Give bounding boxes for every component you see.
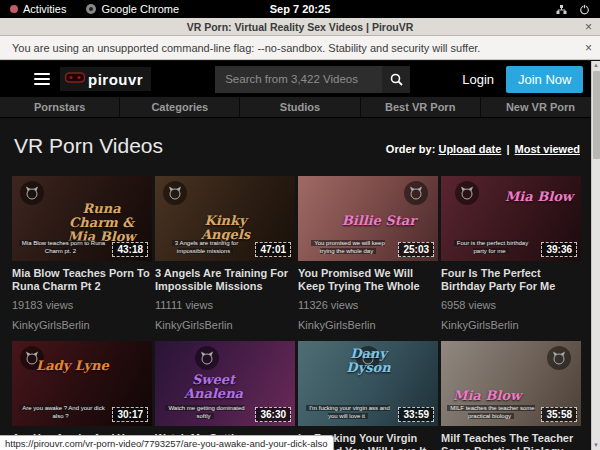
site-header: pirouvr Login Join Now [0, 61, 600, 97]
page-title: VR Porn Videos [14, 134, 163, 158]
activities-button[interactable]: Activities [0, 0, 76, 18]
thumb-overlay-name: Sweet Analena [171, 373, 256, 401]
video-thumbnail[interactable]: Dany Dyson I'm fucking your virgin ass a… [298, 341, 438, 426]
window-titlebar: VR Porn: Virtual Reality Sex Videos | Pi… [0, 18, 600, 36]
chrome-icon [86, 4, 96, 14]
video-card: Lady Lyne Are you awake ? And your dick … [12, 341, 152, 450]
order-most-viewed-link[interactable]: Most viewed [515, 143, 580, 155]
network-icon[interactable] [556, 4, 567, 15]
video-title[interactable]: 3 Angels Are Training For Impossible Mis… [155, 267, 295, 293]
video-studio-link[interactable]: KinkyGirlsBerlin [12, 319, 152, 331]
thumb-overlay-name: Mia Blow [505, 190, 573, 204]
duration-badge: 30:17 [112, 407, 148, 422]
join-now-button[interactable]: Join Now [506, 66, 583, 93]
app-menu-button[interactable]: Google Chrome [76, 0, 189, 18]
nav-item-studios[interactable]: Studios [240, 97, 360, 117]
video-card: Dany Dyson I'm fucking your virgin ass a… [298, 341, 438, 450]
thumb-overlay-name: Dany Dyson [326, 347, 411, 375]
video-studio-link[interactable]: KinkyGirlsBerlin [298, 319, 438, 331]
video-thumbnail[interactable]: Billie Star You promised we will keep tr… [298, 176, 438, 261]
power-icon[interactable] [579, 4, 590, 15]
nav-item-categories[interactable]: Categories [120, 97, 240, 117]
video-thumbnail[interactable]: Sweet Analena Watch me getting dominated… [155, 341, 295, 426]
thumb-overlay-name: Billie Star [342, 214, 416, 228]
video-title[interactable]: You Promised We Will Keep Trying The Who… [298, 267, 438, 293]
scrollbar-up-icon[interactable]: ▲ [593, 61, 599, 70]
tab-title: VR Porn: Virtual Reality Sex Videos | Pi… [187, 21, 414, 33]
video-studio-link[interactable]: KinkyGirlsBerlin [441, 319, 581, 331]
warning-text: You are using an unsupported command-lin… [12, 42, 480, 54]
page-head: VR Porn Videos Order by: Upload date | M… [0, 118, 600, 158]
vr-goggles-icon [65, 70, 85, 88]
studio-watermark-icon [404, 181, 428, 205]
video-thumbnail[interactable]: Mia Blow MILF teaches the teacher some p… [441, 341, 581, 426]
thumb-overlay-name: Runa Charm & Mia Blow [59, 202, 144, 244]
logo-text: pirouvr [88, 71, 143, 88]
app-menu-label: Google Chrome [101, 3, 179, 15]
duration-badge: 33:59 [398, 407, 434, 422]
chrome-warning-bar: You are using an unsupported command-lin… [0, 36, 600, 60]
search-button[interactable] [382, 66, 410, 93]
clock[interactable]: Sep 7 20:25 [270, 3, 331, 15]
video-card: Sweet Analena Watch me getting dominated… [155, 341, 295, 450]
video-card: Mia Blow MILF teaches the teacher some p… [441, 341, 581, 450]
video-thumbnail[interactable]: Mia Blow Four is the perfect birthday pa… [441, 176, 581, 261]
duration-badge: 35:58 [541, 407, 577, 422]
nav-item-new-vr-porn[interactable]: New VR Porn [481, 97, 600, 117]
video-views: 11111 views [155, 299, 295, 311]
video-thumbnail[interactable]: Lady Lyne Are you awake ? And your dick … [12, 341, 152, 426]
duration-badge: 36:30 [255, 407, 291, 422]
main-nav: Pornstars Categories Studios Best VR Por… [0, 97, 600, 118]
page-scrollbar[interactable]: ▲ ▼ [591, 61, 600, 450]
duration-badge: 39:36 [541, 242, 577, 257]
video-title[interactable]: Mia Blow Teaches Porn To Runa Charm Pt 2 [12, 267, 152, 293]
video-card: Runa Charm & Mia Blow Mia Blow teaches p… [12, 176, 152, 331]
video-studio-link[interactable]: KinkyGirlsBerlin [155, 319, 295, 331]
menu-icon[interactable] [34, 73, 50, 85]
video-views: 6958 views [441, 299, 581, 311]
video-grid: Runa Charm & Mia Blow Mia Blow teaches p… [0, 176, 600, 450]
video-views: 19183 views [12, 299, 152, 311]
studio-watermark-icon [20, 181, 44, 205]
scrollbar-down-icon[interactable]: ▼ [593, 441, 599, 450]
nav-item-pornstars[interactable]: Pornstars [0, 97, 120, 117]
thumb-overlay-name: Lady Lyne [36, 359, 109, 373]
duration-badge: 43:18 [112, 242, 148, 257]
status-url-bar: https://pirouvr.com/vr-porn-video/779325… [0, 435, 334, 450]
thumb-overlay-name: Mia Blow [453, 389, 521, 403]
studio-watermark-icon [547, 346, 571, 370]
video-thumbnail[interactable]: Runa Charm & Mia Blow Mia Blow teaches p… [12, 176, 152, 261]
search-input[interactable] [215, 66, 382, 93]
site-logo[interactable]: pirouvr [60, 67, 151, 91]
video-thumbnail[interactable]: Kinky Angels 3 Angels are training for i… [155, 176, 295, 261]
order-by: Order by: Upload date | Most viewed [386, 143, 580, 155]
video-card: Billie Star You promised we will keep tr… [298, 176, 438, 331]
order-by-label: Order by: [386, 143, 436, 155]
search-area [215, 66, 410, 93]
window-close-icon[interactable]: × [585, 20, 592, 34]
studio-watermark-icon [455, 181, 479, 205]
scrollbar-thumb[interactable] [593, 71, 600, 159]
activities-label: Activities [23, 3, 66, 15]
search-icon [390, 73, 403, 86]
video-views: 11326 views [298, 299, 438, 311]
video-card: Mia Blow Four is the perfect birthday pa… [441, 176, 581, 331]
studio-watermark-icon [163, 181, 187, 205]
thumb-overlay-name: Kinky Angels [183, 214, 268, 242]
activities-icon [10, 5, 18, 13]
video-title[interactable]: Four Is The Perfect Birthday Party For M… [441, 267, 581, 293]
studio-watermark-icon [195, 346, 219, 370]
login-link[interactable]: Login [462, 72, 494, 87]
nav-item-best-vr-porn[interactable]: Best VR Porn [361, 97, 481, 117]
desktop-top-bar: Activities Google Chrome Sep 7 20:25 [0, 0, 600, 18]
order-upload-date-link[interactable]: Upload date [438, 143, 501, 155]
browser-viewport: pirouvr Login Join Now Pornstars Categor… [0, 61, 600, 450]
video-title[interactable]: Milf Teaches The Teacher Some Practical … [441, 432, 581, 450]
duration-badge: 47:01 [255, 242, 291, 257]
video-card: Kinky Angels 3 Angels are training for i… [155, 176, 295, 331]
duration-badge: 25:03 [398, 242, 434, 257]
warning-close-icon[interactable]: × [585, 41, 592, 55]
